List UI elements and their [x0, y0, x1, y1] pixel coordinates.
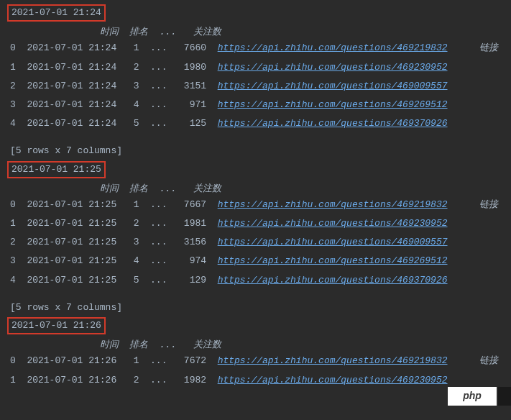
- table-header: 时间 排名 ... 关注数: [0, 339, 511, 352]
- question-link[interactable]: https://api.zhihu.com/questions/46900955…: [218, 237, 448, 247]
- output-block: 2021-07-01 21:24 时间 排名 ... 关注数链接0 2021-0…: [0, 4, 511, 130]
- header-link-col: 链接: [479, 42, 498, 55]
- row-data: 2 2021-07-01 21:25 3 ... 3156: [10, 237, 218, 247]
- row-data: 2 2021-07-01 21:24 3 ... 3151: [10, 81, 218, 91]
- question-link[interactable]: https://api.zhihu.com/questions/46921983…: [218, 355, 448, 366]
- row-data: 0 2021-07-01 21:25 1 ... 7667: [10, 199, 218, 210]
- table-row: 0 2021-07-01 21:24 1 ... 7660 https://ap…: [0, 42, 511, 55]
- question-link[interactable]: https://api.zhihu.com/questions/46923095…: [218, 62, 448, 73]
- table-header: 时间 排名 ... 关注数: [0, 183, 511, 196]
- timestamp-highlight: 2021-07-01 21:26: [7, 317, 106, 334]
- table-row: 1 2021-07-01 21:26 2 ... 1982 https://ap…: [0, 374, 511, 387]
- row-data: 1 2021-07-01 21:24 2 ... 1980: [10, 62, 218, 73]
- table-row: 2 2021-07-01 21:24 3 ... 3151 https://ap…: [0, 80, 511, 93]
- question-link[interactable]: https://api.zhihu.com/questions/46923095…: [218, 218, 448, 229]
- header-link-col: 链接: [479, 198, 498, 211]
- table-row: 2 2021-07-01 21:25 3 ... 3156 https://ap…: [0, 236, 511, 249]
- table-row: 4 2021-07-01 21:25 5 ... 129 https://api…: [0, 274, 511, 287]
- question-link[interactable]: https://api.zhihu.com/questions/46923095…: [218, 375, 448, 385]
- php-badge-text: php: [463, 389, 482, 403]
- header-link-col: 链接: [479, 355, 498, 368]
- output-block: [5 rows x 7 columns]2021-07-01 21:26 时间 …: [0, 301, 511, 387]
- row-data: 1 2021-07-01 21:25 2 ... 1981: [10, 218, 218, 229]
- row-data: 4 2021-07-01 21:24 5 ... 125: [10, 118, 218, 129]
- timestamp-highlight: 2021-07-01 21:25: [7, 161, 106, 178]
- row-data: 3 2021-07-01 21:24 4 ... 971: [10, 99, 218, 110]
- table-row: 3 2021-07-01 21:24 4 ... 971 https://api…: [0, 99, 511, 111]
- question-link[interactable]: https://api.zhihu.com/questions/46921983…: [218, 42, 448, 53]
- question-link[interactable]: https://api.zhihu.com/questions/46937092…: [218, 118, 448, 129]
- row-data: 4 2021-07-01 21:25 5 ... 129: [10, 275, 218, 286]
- row-data: 0 2021-07-01 21:24 1 ... 7660: [10, 42, 218, 53]
- table-row: 1 2021-07-01 21:25 2 ... 1981 https://ap…: [0, 217, 511, 230]
- table-row: 0 2021-07-01 21:25 1 ... 7667 https://ap…: [0, 198, 511, 211]
- row-data: 1 2021-07-01 21:26 2 ... 1982: [10, 375, 218, 385]
- row-data: 3 2021-07-01 21:25 4 ... 974: [10, 255, 218, 266]
- question-link[interactable]: https://api.zhihu.com/questions/46900955…: [218, 81, 448, 91]
- table-row: 0 2021-07-01 21:26 1 ... 7672 https://ap…: [0, 355, 511, 368]
- question-link[interactable]: https://api.zhihu.com/questions/46926951…: [218, 99, 448, 110]
- row-data: 0 2021-07-01 21:26 1 ... 7672: [10, 355, 218, 366]
- question-link[interactable]: https://api.zhihu.com/questions/46926951…: [218, 255, 448, 266]
- table-row: 4 2021-07-01 21:24 5 ... 125 https://api…: [0, 117, 511, 130]
- rows-cols-footer: [5 rows x 7 columns]: [0, 301, 511, 314]
- table-row: 3 2021-07-01 21:25 4 ... 974 https://api…: [0, 255, 511, 268]
- table-header: 时间 排名 ... 关注数: [0, 26, 511, 39]
- timestamp-highlight: 2021-07-01 21:24: [7, 4, 106, 22]
- php-badge: php: [448, 387, 497, 406]
- rows-cols-footer: [5 rows x 7 columns]: [0, 145, 511, 158]
- dark-badge: [498, 387, 511, 406]
- table-row: 1 2021-07-01 21:24 2 ... 1980 https://ap…: [0, 61, 511, 74]
- question-link[interactable]: https://api.zhihu.com/questions/46937092…: [218, 275, 448, 286]
- output-block: [5 rows x 7 columns]2021-07-01 21:25 时间 …: [0, 145, 511, 287]
- question-link[interactable]: https://api.zhihu.com/questions/46921983…: [218, 199, 448, 210]
